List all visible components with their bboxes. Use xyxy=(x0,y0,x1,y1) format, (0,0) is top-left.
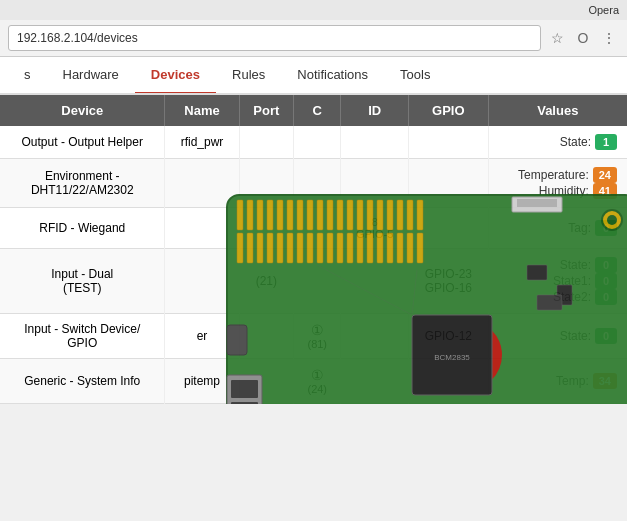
star-icon[interactable]: ☆ xyxy=(547,28,567,48)
tab-tools[interactable]: Tools xyxy=(384,57,446,95)
gpio-cell: GPIO-23GPIO-16 xyxy=(409,249,488,314)
tab-s[interactable]: s xyxy=(8,57,47,95)
gpio-cell xyxy=(409,208,488,249)
device-cell: RFID - Wiegand xyxy=(0,208,165,249)
name-cell: pitemp xyxy=(165,359,239,404)
values-cell: Temp: 34 xyxy=(488,359,627,404)
table-header: Device Name Port C ID GPIO Values xyxy=(0,95,627,126)
tab-rules[interactable]: Rules xyxy=(216,57,281,95)
c-cell xyxy=(294,249,341,314)
table-row: Output - Output Helper rfid_pwr State: 1 xyxy=(0,126,627,159)
table-container: 🍓 BCM2835 xyxy=(0,95,627,404)
devices-table: Device Name Port C ID GPIO Values Output… xyxy=(0,95,627,404)
id-cell: 8GPIO-5 xyxy=(341,208,409,249)
table-row: Environment -DHT11/22/AM2302 Temperature… xyxy=(0,159,627,208)
gpio-cell xyxy=(409,126,488,159)
col-c: C xyxy=(294,95,341,126)
values-cell: Temperature: 24 Humidity: 41 xyxy=(488,159,627,208)
tab-notifications[interactable]: Notifications xyxy=(281,57,384,95)
table-row: RFID - Wiegand 8GPIO-5 Tag: 0 xyxy=(0,208,627,249)
port-cell xyxy=(239,359,294,404)
state-badge: 0 xyxy=(595,257,617,273)
table-row: Generic - System Info pitemp ① (24) Temp… xyxy=(0,359,627,404)
device-cell: Input - Switch Device/GPIO xyxy=(0,314,165,359)
c-cell: ① (81) xyxy=(294,314,341,359)
title-bar: Opera xyxy=(0,0,627,20)
name-cell: rfid_pwr xyxy=(165,126,239,159)
values-cell: State: 0 xyxy=(488,314,627,359)
state2-badge: 0 xyxy=(595,289,617,305)
port-cell xyxy=(239,314,294,359)
gpio-cell xyxy=(409,159,488,208)
gpio-cell xyxy=(409,359,488,404)
c-cell: ① (24) xyxy=(294,359,341,404)
gpio-cell: GPIO-12 xyxy=(409,314,488,359)
table-row: Input - Dual(TEST) (21) GPIO-23GPIO-16 S… xyxy=(0,249,627,314)
table-row: Input - Switch Device/GPIO er ① (81) GPI… xyxy=(0,314,627,359)
nav-tabs: s Hardware Devices Rules Notifications T… xyxy=(0,57,627,95)
device-cell: Output - Output Helper xyxy=(0,126,165,159)
tag-badge: 0 xyxy=(595,220,617,236)
tab-devices[interactable]: Devices xyxy=(135,57,216,95)
temp-badge: 34 xyxy=(593,373,617,389)
col-gpio: GPIO xyxy=(409,95,488,126)
values-cell: State: 0 State1: 0 State2: 0 xyxy=(488,249,627,314)
window-controls: Opera xyxy=(588,4,619,16)
state-badge: 1 xyxy=(595,134,617,150)
id-cell xyxy=(341,314,409,359)
c-cell xyxy=(294,159,341,208)
port-cell xyxy=(239,126,294,159)
opera-icon[interactable]: O xyxy=(573,28,593,48)
id-cell xyxy=(341,249,409,314)
id-cell xyxy=(341,359,409,404)
col-name: Name xyxy=(165,95,239,126)
menu-icon[interactable]: ⋮ xyxy=(599,28,619,48)
values-cell: Tag: 0 xyxy=(488,208,627,249)
id-cell xyxy=(341,159,409,208)
device-cell: Environment -DHT11/22/AM2302 xyxy=(0,159,165,208)
device-cell: Generic - System Info xyxy=(0,359,165,404)
col-id: ID xyxy=(341,95,409,126)
name-cell xyxy=(165,208,239,249)
address-input[interactable] xyxy=(8,25,541,51)
id-cell xyxy=(341,126,409,159)
device-cell: Input - Dual(TEST) xyxy=(0,249,165,314)
name-cell xyxy=(165,159,239,208)
browser-chrome: Opera ☆ O ⋮ xyxy=(0,0,627,57)
temp-badge: 24 xyxy=(593,167,617,183)
col-device: Device xyxy=(0,95,165,126)
c-cell xyxy=(294,126,341,159)
port-cell: (21) xyxy=(239,249,294,314)
port-cell xyxy=(239,208,294,249)
col-values: Values xyxy=(488,95,627,126)
name-cell: er xyxy=(165,314,239,359)
tab-hardware[interactable]: Hardware xyxy=(47,57,135,95)
address-bar: ☆ O ⋮ xyxy=(0,20,627,56)
col-port: Port xyxy=(239,95,294,126)
state-badge: 0 xyxy=(595,328,617,344)
humidity-badge: 41 xyxy=(593,183,617,199)
state1-badge: 0 xyxy=(595,273,617,289)
name-cell xyxy=(165,249,239,314)
values-cell: State: 1 xyxy=(488,126,627,159)
c-cell xyxy=(294,208,341,249)
port-cell xyxy=(239,159,294,208)
